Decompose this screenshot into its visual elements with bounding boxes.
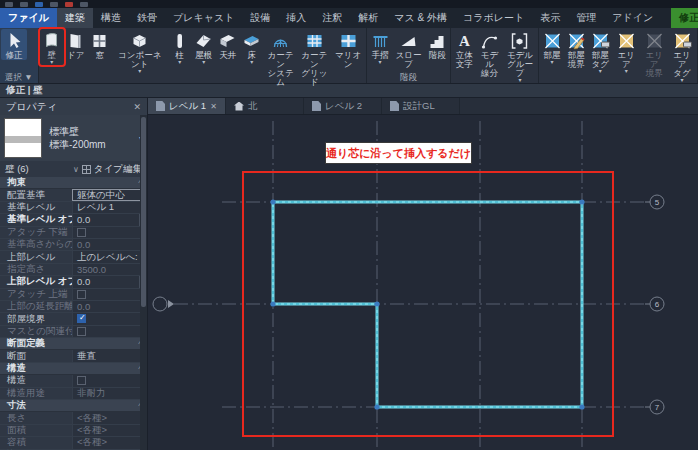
chevron-down-icon[interactable]: ∨ [73,165,79,174]
view-tab-レベル2[interactable]: レベル 2 [304,98,382,114]
ribbon-tab-表示[interactable]: 表示 [532,8,568,28]
dropdown-caret-icon[interactable]: ▾ [625,69,628,74]
dropdown-caret-icon[interactable]: ▾ [378,60,381,65]
property-value[interactable]: 3500.0 [72,264,147,275]
checkbox [77,327,86,336]
dropdown-caret-icon[interactable]: ▾ [551,60,554,65]
room-tag-button[interactable]: 部屋 タグ▾ [588,29,612,74]
ribbon-tab-ファイル[interactable]: ファイル [0,8,57,28]
window-button[interactable]: 窓 [88,29,112,60]
floor-icon [241,30,263,51]
property-value[interactable]: <各種> [72,412,147,423]
property-value[interactable]: 0.0 [72,214,139,225]
contextual-tab-modify-wall[interactable]: 修正 | 壁 [671,8,698,28]
property-value[interactable]: <各種> [72,437,147,448]
scrollbar-thumb[interactable] [141,117,146,307]
mullion-icon [337,30,359,51]
model-text-button[interactable]: A立体 文字 [452,29,476,69]
property-section[interactable]: 拘束^ [0,177,147,189]
property-section[interactable]: 寸法^ [0,400,147,412]
ribbon-tab-解析[interactable]: 解析 [350,8,386,28]
checkbox[interactable] [77,376,86,385]
property-value[interactable]: 躯体の中心 [72,189,147,200]
title-bar [0,0,698,8]
ribbon-tab-管理[interactable]: 管理 [568,8,604,28]
property-value[interactable]: 垂直 [72,350,147,361]
view-tab-設計GL[interactable]: 設計GL [382,98,460,114]
ribbon-tab-アドイン[interactable]: アドイン [604,8,661,28]
ribbon-tab-構造[interactable]: 構造 [93,8,129,28]
dropdown-caret-icon[interactable]: ▾ [202,60,205,65]
wall-button[interactable]: 壁▾ [40,29,64,65]
property-section[interactable]: 構造^ [0,363,147,375]
property-value[interactable]: レベル 1 [72,202,147,213]
titlebar-icon[interactable] [5,2,13,7]
floor-button[interactable]: 床▾ [240,29,264,65]
door-button[interactable]: ドア [64,29,88,60]
model-group-button[interactable]: モデル グループ▾ [503,29,537,83]
curtain-grid-button[interactable]: カーテン グリッド [297,29,331,87]
ribbon-tab-コラボレート[interactable]: コラボレート [455,8,532,28]
component-button[interactable]: コンポーネント▾ [112,29,168,74]
titlebar-undo-icon[interactable] [50,2,58,7]
property-value[interactable]: 0.0 [72,301,147,312]
ramp-icon [398,30,420,51]
dropdown-caret-icon[interactable]: ▾ [50,60,53,65]
dropdown-caret-icon[interactable]: ▾ [599,69,602,74]
model-text-icon: A [453,30,475,51]
roof-button[interactable]: 屋根▾ [192,29,216,65]
ceiling-button[interactable]: 天井 [216,29,240,60]
close-icon[interactable]: ✕ [210,102,217,111]
model-line-button[interactable]: モデル 線分 [476,29,503,78]
ribbon-tab-マス & 外構[interactable]: マス & 外構 [386,8,455,28]
titlebar-save-icon[interactable] [35,2,43,7]
ribbon-tab-プレキャスト[interactable]: プレキャスト [165,8,242,28]
view-tab-北[interactable]: 北 [226,98,304,114]
ribbon-tab-挿入[interactable]: 挿入 [278,8,314,28]
ribbon-tab-鉄骨[interactable]: 鉄骨 [129,8,165,28]
dropdown-caret-icon[interactable]: ▾ [138,69,141,74]
column-button[interactable]: 柱▾ [168,29,192,65]
view-tab-レベル1[interactable]: レベル 1✕ [148,98,226,114]
property-value[interactable]: <各種> [72,425,147,436]
room-button[interactable]: 部屋▾ [540,29,564,65]
railing-button[interactable]: 手摺▾ [368,29,392,65]
stairs-button[interactable]: 階段 [425,29,449,60]
mullion-button[interactable]: マリオン [331,29,365,69]
type-edit-button[interactable]: タイプ編集 [94,163,142,176]
property-value[interactable]: 0.0 [72,276,139,287]
property-row: 基準高さからの...0.0 [0,239,147,251]
ribbon-tab-注釈[interactable]: 注釈 [314,8,350,28]
properties-scrollbar[interactable] [140,115,147,450]
plan-view: 5 6 7 [148,115,698,450]
curtain-system-button[interactable]: カーテン システム [264,29,298,87]
ribbon-tab-bar: ファイル建築構造鉄骨プレキャスト設備挿入注釈解析マス & 外構コラボレート表示管… [0,8,698,28]
ribbon-group-構築: 壁▾ドア窓コンポーネント▾柱▾屋根▾天井床▾カーテン システムカーテン グリッド… [39,28,367,83]
titlebar-icon[interactable] [20,2,28,7]
dropdown-caret-icon[interactable]: ▾ [250,60,253,65]
dropdown-caret-icon[interactable]: ▾ [518,78,521,83]
close-icon[interactable]: ✕ [133,102,141,112]
property-value[interactable]: 非耐力 [72,388,147,399]
property-row: 配置基準躯体の中心 [0,189,147,201]
property-value[interactable]: 上のレベルへ: レ... [72,251,147,262]
drawing-area[interactable]: 5 6 7 通り芯に沿って挿入するだけ [148,115,698,450]
cursor-button[interactable]: 修正 [1,29,27,60]
room-boundary-button[interactable]: 部屋 境界 [564,29,588,69]
titlebar-redo-icon[interactable] [65,2,73,7]
revit-window: ファイル建築構造鉄骨プレキャスト設備挿入注釈解析マス & 外構コラボレート表示管… [0,0,698,450]
checkbox [77,290,86,299]
type-selector[interactable]: 標準壁 標準-200mm ▾ [0,115,147,161]
area-tag-button[interactable]: エリア タグ▾ [668,29,696,83]
titlebar-icon[interactable] [80,2,88,7]
property-section[interactable]: 断面定義^ [0,338,147,350]
element-filter[interactable]: 壁 (6) [5,163,29,176]
ramp-button[interactable]: スロープ [392,29,425,69]
checkbox[interactable] [77,314,86,323]
property-value[interactable]: 0.0 [72,239,147,250]
area-button[interactable]: エリア▾ [612,29,640,74]
dropdown-caret-icon[interactable]: ▾ [178,60,181,65]
dropdown-caret-icon[interactable]: ▾ [681,78,684,83]
ribbon-tab-設備[interactable]: 設備 [242,8,278,28]
ribbon-tab-建築[interactable]: 建築 [57,8,93,28]
